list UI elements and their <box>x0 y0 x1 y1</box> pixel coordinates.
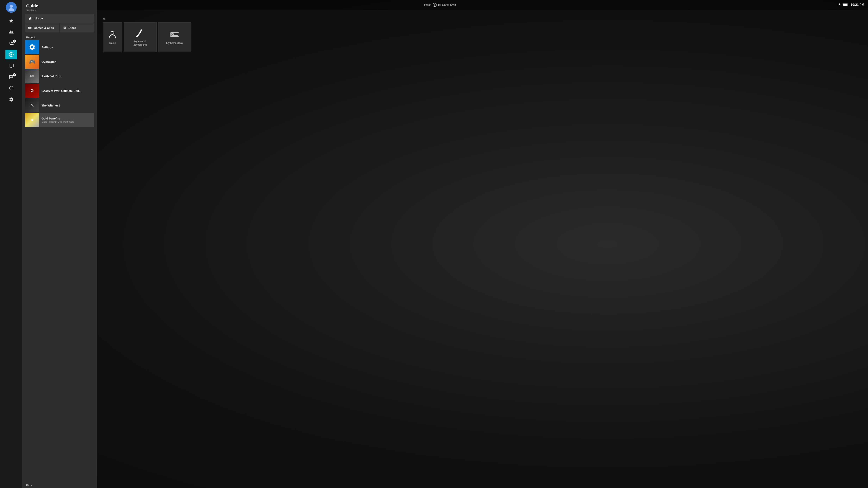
section-label: on <box>103 18 282 20</box>
cards-row: profile My color &background <box>103 22 282 52</box>
sidebar-item-achievements[interactable] <box>5 16 17 26</box>
gears-label: Gears of War: Ultimate Edit... <box>41 89 82 92</box>
svg-point-5 <box>8 8 14 11</box>
sidebar-item-party[interactable] <box>5 83 17 93</box>
witcher-thumb: ⚔ <box>25 98 39 112</box>
recent-item-witcher[interactable]: ⚔ The Witcher 3 <box>25 98 94 112</box>
home-xbox-label: My home Xbox <box>166 41 183 45</box>
svg-point-7 <box>10 54 12 55</box>
main-area: on profile My color &background <box>97 0 282 158</box>
svg-point-8 <box>111 31 114 34</box>
sidebar-item-tv[interactable] <box>5 61 17 70</box>
battlefield-thumb: BF1 <box>25 69 39 83</box>
battlefield-label: Battlefield™ 1 <box>41 75 61 78</box>
nav-row: Games & apps Store <box>25 24 94 32</box>
profile-label: profile <box>109 41 116 45</box>
guide-subtitle: SlipPitch <box>26 9 93 12</box>
guide-header: Guide SlipPitch <box>22 0 97 14</box>
sidebar-item-settings[interactable] <box>5 95 17 104</box>
settings-thumb <box>25 40 39 54</box>
messages-badge: 7 <box>13 73 16 77</box>
gold-text: Gold benefits Mafia III now in Deals wit… <box>41 117 74 123</box>
overwatch-label: Overwatch <box>41 60 56 63</box>
svg-rect-13 <box>172 33 174 35</box>
sidebar: 1 7 <box>0 0 22 158</box>
store-icon <box>63 26 67 30</box>
gold-thumb: ★ <box>25 113 39 127</box>
games-label: Games & apps <box>34 26 54 29</box>
games-icon <box>28 26 32 30</box>
guide-title: Guide <box>26 3 93 8</box>
sidebar-item-xbox-home[interactable] <box>5 50 17 59</box>
avatar[interactable] <box>6 2 17 13</box>
home-label: Home <box>34 17 43 20</box>
witcher-label: The Witcher 3 <box>41 104 60 107</box>
color-background-card[interactable]: My color &background <box>124 22 157 52</box>
overwatch-thumb: 🎮 <box>25 55 39 69</box>
recent-item-settings[interactable]: Settings <box>25 40 94 54</box>
recent-item-gold[interactable]: ★ Gold benefits Mafia III now in Deals w… <box>25 113 94 127</box>
sidebar-item-friends[interactable] <box>5 27 17 37</box>
home-icon <box>28 17 32 20</box>
svg-point-4 <box>10 5 13 8</box>
home-button[interactable]: Home <box>25 14 94 23</box>
friends-request-badge: 1 <box>13 39 16 43</box>
svg-point-11 <box>141 30 142 31</box>
profile-card[interactable]: profile <box>103 22 122 52</box>
recent-item-gears[interactable]: ⚙ Gears of War: Ultimate Edit... <box>25 84 94 98</box>
store-button[interactable]: Store <box>60 24 94 32</box>
cards-section: on profile My color &background <box>97 10 282 56</box>
settings-label: Settings <box>41 46 53 49</box>
games-apps-button[interactable]: Games & apps <box>25 24 59 32</box>
gold-label: Gold benefits <box>41 117 74 120</box>
recent-item-overwatch[interactable]: 🎮 Overwatch <box>25 55 94 69</box>
recent-item-battlefield[interactable]: BF1 Battlefield™ 1 <box>25 69 94 83</box>
home-xbox-card[interactable]: My home Xbox <box>158 22 191 52</box>
guide-nav: Home Games & apps Store <box>22 14 97 34</box>
recent-section-label: Recent <box>22 34 97 40</box>
recent-list: Settings 🎮 Overwatch BF1 Battlefield™ 1 … <box>22 40 97 158</box>
color-background-label: My color &background <box>133 40 147 47</box>
sidebar-item-friends-request[interactable]: 1 <box>5 38 17 48</box>
store-label: Store <box>69 26 76 29</box>
gold-sublabel: Mafia III now in Deals with Gold <box>41 120 74 123</box>
gears-thumb: ⚙ <box>25 84 39 98</box>
sidebar-item-messages[interactable]: 7 <box>5 72 17 82</box>
guide-panel: Guide SlipPitch Home Games & apps Store <box>22 0 97 158</box>
